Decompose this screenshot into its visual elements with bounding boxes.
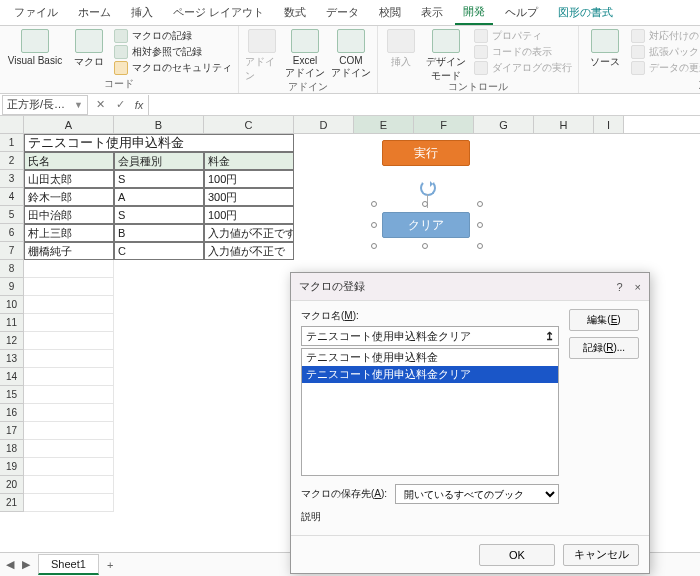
dialog-close-button[interactable]: ×: [635, 281, 641, 293]
tab-help[interactable]: ヘルプ: [497, 1, 546, 24]
prev-sheet-button[interactable]: ◀: [6, 558, 14, 571]
tab-formulas[interactable]: 数式: [276, 1, 314, 24]
enter-formula-button[interactable]: ✓: [110, 98, 130, 111]
cell[interactable]: [24, 404, 114, 422]
row-header[interactable]: 18: [0, 440, 24, 458]
cell[interactable]: [24, 260, 114, 278]
cancel-formula-button[interactable]: ✕: [90, 98, 110, 111]
cell[interactable]: 田中治郎: [24, 206, 114, 224]
fx-icon[interactable]: fx: [130, 99, 148, 111]
row-header[interactable]: 8: [0, 260, 24, 278]
row-header[interactable]: 2: [0, 152, 24, 170]
row-header[interactable]: 20: [0, 476, 24, 494]
cell[interactable]: 会員種別: [114, 152, 204, 170]
row-header[interactable]: 5: [0, 206, 24, 224]
row-header[interactable]: 12: [0, 332, 24, 350]
execute-shape-button[interactable]: 実行: [382, 140, 470, 166]
cell[interactable]: 氏名: [24, 152, 114, 170]
tab-pagelayout[interactable]: ページ レイアウト: [165, 1, 272, 24]
row-header[interactable]: 11: [0, 314, 24, 332]
tab-data[interactable]: データ: [318, 1, 367, 24]
cell[interactable]: B: [114, 224, 204, 242]
tab-developer[interactable]: 開発: [455, 0, 493, 25]
formula-input[interactable]: [148, 95, 700, 115]
list-item[interactable]: テニスコート使用申込料金: [302, 349, 558, 366]
name-box[interactable]: 正方形/長…▼: [2, 95, 88, 115]
com-addins-button[interactable]: COM アドイン: [331, 29, 371, 80]
edit-button[interactable]: 編集(E): [569, 309, 639, 331]
cell[interactable]: S: [114, 170, 204, 188]
resize-handle[interactable]: [371, 201, 377, 207]
sheet-tab[interactable]: Sheet1: [38, 554, 99, 575]
cell[interactable]: [24, 278, 114, 296]
resize-handle[interactable]: [371, 243, 377, 249]
add-sheet-button[interactable]: +: [107, 559, 113, 571]
col-header[interactable]: E: [354, 116, 414, 133]
design-mode-button[interactable]: デザイン モード: [424, 29, 468, 83]
macro-store-select[interactable]: 開いているすべてのブック: [395, 484, 559, 504]
row-header[interactable]: 6: [0, 224, 24, 242]
cell[interactable]: [24, 368, 114, 386]
select-all-corner[interactable]: [0, 116, 24, 133]
dialog-help-button[interactable]: ?: [616, 281, 622, 293]
rotate-handle-icon[interactable]: [420, 180, 436, 196]
resize-handle[interactable]: [422, 201, 428, 207]
row-header[interactable]: 15: [0, 386, 24, 404]
cell[interactable]: 入力値が不正です: [204, 224, 294, 242]
ok-button[interactable]: OK: [479, 544, 555, 566]
cell[interactable]: [24, 332, 114, 350]
excel-addins-button[interactable]: Excel アドイン: [285, 29, 325, 80]
col-header[interactable]: B: [114, 116, 204, 133]
row-header[interactable]: 14: [0, 368, 24, 386]
tab-shapeformat[interactable]: 図形の書式: [550, 1, 621, 24]
col-header[interactable]: I: [594, 116, 624, 133]
tab-view[interactable]: 表示: [413, 1, 451, 24]
addins-button[interactable]: アドイン: [245, 29, 279, 83]
tab-file[interactable]: ファイル: [6, 1, 66, 24]
resize-handle[interactable]: [371, 222, 377, 228]
resize-handle[interactable]: [422, 243, 428, 249]
next-sheet-button[interactable]: ▶: [22, 558, 30, 571]
cell[interactable]: [24, 422, 114, 440]
cell[interactable]: [24, 386, 114, 404]
cell[interactable]: [24, 296, 114, 314]
relative-ref-button[interactable]: 相対参照で記録: [114, 45, 232, 59]
cell[interactable]: 100円: [204, 206, 294, 224]
record-macro-button[interactable]: マクロの記録: [114, 29, 232, 43]
row-header[interactable]: 19: [0, 458, 24, 476]
macro-security-button[interactable]: マクロのセキュリティ: [114, 61, 232, 75]
col-header[interactable]: D: [294, 116, 354, 133]
cell[interactable]: 入力値が不正で: [204, 242, 294, 260]
col-header[interactable]: F: [414, 116, 474, 133]
col-header[interactable]: C: [204, 116, 294, 133]
col-header[interactable]: H: [534, 116, 594, 133]
cell[interactable]: S: [114, 206, 204, 224]
cell[interactable]: [24, 350, 114, 368]
tab-home[interactable]: ホーム: [70, 1, 119, 24]
cell[interactable]: [24, 314, 114, 332]
row-header[interactable]: 17: [0, 422, 24, 440]
row-header[interactable]: 9: [0, 278, 24, 296]
cell[interactable]: 山田太郎: [24, 170, 114, 188]
cell[interactable]: 棚橋純子: [24, 242, 114, 260]
cell[interactable]: A: [114, 188, 204, 206]
insert-control-button[interactable]: 挿入: [384, 29, 418, 69]
row-header[interactable]: 13: [0, 350, 24, 368]
macros-button[interactable]: マクロ: [70, 29, 108, 69]
row-header[interactable]: 21: [0, 494, 24, 512]
cell[interactable]: [24, 458, 114, 476]
record-button[interactable]: 記録(R)...: [569, 337, 639, 359]
row-header[interactable]: 10: [0, 296, 24, 314]
tab-insert[interactable]: 挿入: [123, 1, 161, 24]
row-header[interactable]: 3: [0, 170, 24, 188]
macro-list[interactable]: テニスコート使用申込料金 テニスコート使用申込料金クリア: [301, 348, 559, 476]
cell[interactable]: C: [114, 242, 204, 260]
row-header[interactable]: 4: [0, 188, 24, 206]
cell[interactable]: [24, 494, 114, 512]
cell[interactable]: 100円: [204, 170, 294, 188]
row-header[interactable]: 16: [0, 404, 24, 422]
tab-review[interactable]: 校閲: [371, 1, 409, 24]
resize-handle[interactable]: [477, 243, 483, 249]
cell[interactable]: 村上三郎: [24, 224, 114, 242]
visual-basic-button[interactable]: Visual Basic: [6, 29, 64, 66]
